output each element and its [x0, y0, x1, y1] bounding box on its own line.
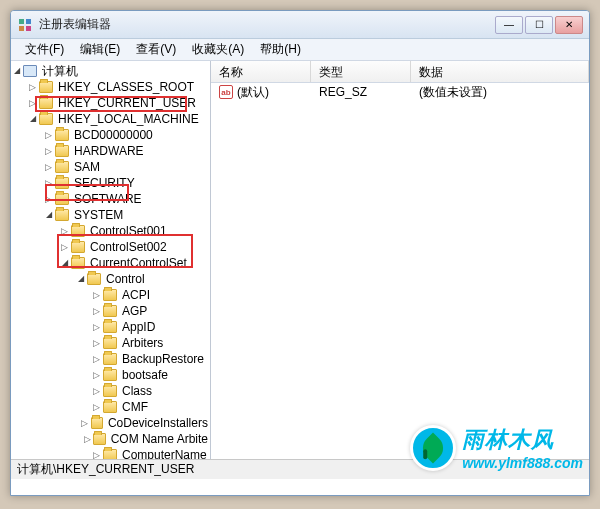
tree-control-child[interactable]: Class: [11, 383, 210, 399]
expander-icon[interactable]: [27, 98, 38, 109]
header-type[interactable]: 类型: [311, 61, 411, 82]
watermark-logo-icon: [410, 425, 456, 471]
expander-icon[interactable]: [91, 322, 102, 333]
menubar: 文件(F) 编辑(E) 查看(V) 收藏夹(A) 帮助(H): [11, 39, 589, 61]
tree-hklm-child[interactable]: BCD00000000: [11, 127, 210, 143]
value-data: (数值未设置): [411, 83, 589, 102]
tree-hkcu[interactable]: HKEY_CURRENT_USER: [11, 95, 210, 111]
tree-control-child[interactable]: CMF: [11, 399, 210, 415]
folder-icon: [103, 289, 117, 301]
expander-icon[interactable]: [43, 178, 54, 189]
expander-icon[interactable]: [43, 162, 54, 173]
menu-edit[interactable]: 编辑(E): [72, 39, 128, 60]
folder-icon: [71, 257, 85, 269]
folder-icon: [103, 401, 117, 413]
expander-icon[interactable]: [59, 242, 70, 253]
window-title: 注册表编辑器: [39, 16, 495, 33]
watermark-title: 雨林木风: [462, 425, 583, 455]
tree-hklm-child[interactable]: SAM: [11, 159, 210, 175]
tree-control-child[interactable]: COM Name Arbite: [11, 431, 210, 447]
expander-icon[interactable]: [82, 434, 92, 445]
expander-icon[interactable]: [43, 146, 54, 157]
tree-control-child[interactable]: bootsafe: [11, 367, 210, 383]
tree-control-child[interactable]: BackupRestore: [11, 351, 210, 367]
folder-icon: [103, 305, 117, 317]
tree-hkcr[interactable]: HKEY_CLASSES_ROOT: [11, 79, 210, 95]
titlebar[interactable]: 注册表编辑器 — ☐ ✕: [11, 11, 589, 39]
folder-icon: [55, 177, 69, 189]
expander-icon[interactable]: [11, 66, 22, 77]
tree-pane[interactable]: 计算机HKEY_CLASSES_ROOTHKEY_CURRENT_USERHKE…: [11, 61, 211, 459]
registry-editor-window: 注册表编辑器 — ☐ ✕ 文件(F) 编辑(E) 查看(V) 收藏夹(A) 帮助…: [10, 10, 590, 496]
list-row[interactable]: ab (默认) REG_SZ (数值未设置): [211, 83, 589, 101]
menu-file[interactable]: 文件(F): [17, 39, 72, 60]
tree-system[interactable]: SYSTEM: [11, 207, 210, 223]
tree-hklm-child[interactable]: SOFTWARE: [11, 191, 210, 207]
expander-icon[interactable]: [43, 210, 54, 221]
folder-icon: [39, 81, 53, 93]
menu-favorites[interactable]: 收藏夹(A): [184, 39, 252, 60]
expander-icon[interactable]: [43, 130, 54, 141]
content-area: 计算机HKEY_CLASSES_ROOTHKEY_CURRENT_USERHKE…: [11, 61, 589, 459]
expander-icon[interactable]: [91, 306, 102, 317]
expander-icon[interactable]: [75, 274, 86, 285]
tree-hklm[interactable]: HKEY_LOCAL_MACHINE: [11, 111, 210, 127]
tree-hklm-child[interactable]: HARDWARE: [11, 143, 210, 159]
folder-icon: [71, 225, 85, 237]
tree-control-child[interactable]: Arbiters: [11, 335, 210, 351]
expander-icon[interactable]: [80, 418, 90, 429]
tree-control[interactable]: Control: [11, 271, 210, 287]
tree-cs002[interactable]: ControlSet002: [11, 239, 210, 255]
folder-icon: [55, 129, 69, 141]
minimize-button[interactable]: —: [495, 16, 523, 34]
maximize-button[interactable]: ☐: [525, 16, 553, 34]
folder-icon: [87, 273, 101, 285]
tree-control-child[interactable]: ACPI: [11, 287, 210, 303]
tree-control-child[interactable]: CoDeviceInstallers: [11, 415, 210, 431]
value-type: REG_SZ: [311, 84, 411, 100]
tree-hklm-child[interactable]: SECURITY: [11, 175, 210, 191]
expander-icon[interactable]: [27, 82, 38, 93]
close-button[interactable]: ✕: [555, 16, 583, 34]
tree-control-child[interactable]: AppID: [11, 319, 210, 335]
folder-icon: [39, 97, 53, 109]
expander-icon[interactable]: [27, 114, 38, 125]
folder-icon: [55, 145, 69, 157]
tree-computer[interactable]: 计算机: [11, 63, 210, 79]
expander-icon[interactable]: [91, 402, 102, 413]
expander-icon[interactable]: [91, 338, 102, 349]
string-value-icon: ab: [219, 85, 233, 99]
tree-cs001[interactable]: ControlSet001: [11, 223, 210, 239]
folder-icon: [103, 385, 117, 397]
expander-icon[interactable]: [59, 258, 70, 269]
menu-help[interactable]: 帮助(H): [252, 39, 309, 60]
expander-icon[interactable]: [91, 450, 102, 460]
folder-icon: [39, 113, 53, 125]
watermark-url: www.ylmf888.com: [462, 455, 583, 471]
folder-icon: [103, 449, 117, 459]
folder-icon: [103, 337, 117, 349]
tree-control-child[interactable]: ComputerName: [11, 447, 210, 459]
header-data[interactable]: 数据: [411, 61, 589, 82]
list-pane: 名称 类型 数据 ab (默认) REG_SZ (数值未设置): [211, 61, 589, 459]
folder-icon: [103, 353, 117, 365]
folder-icon: [55, 193, 69, 205]
value-name: (默认): [237, 84, 269, 101]
header-name[interactable]: 名称: [211, 61, 311, 82]
expander-icon[interactable]: [91, 370, 102, 381]
expander-icon[interactable]: [91, 386, 102, 397]
tree-ccs[interactable]: CurrentControlSet: [11, 255, 210, 271]
svg-rect-2: [19, 26, 24, 31]
expander-icon[interactable]: [91, 354, 102, 365]
svg-rect-1: [26, 19, 31, 24]
expander-icon[interactable]: [59, 226, 70, 237]
svg-rect-0: [19, 19, 24, 24]
folder-icon: [71, 241, 85, 253]
menu-view[interactable]: 查看(V): [128, 39, 184, 60]
expander-icon[interactable]: [91, 290, 102, 301]
computer-icon: [23, 65, 37, 77]
tree-control-child[interactable]: AGP: [11, 303, 210, 319]
expander-icon[interactable]: [43, 194, 54, 205]
window-controls: — ☐ ✕: [495, 16, 583, 34]
status-path: 计算机\HKEY_CURRENT_USER: [17, 461, 194, 478]
